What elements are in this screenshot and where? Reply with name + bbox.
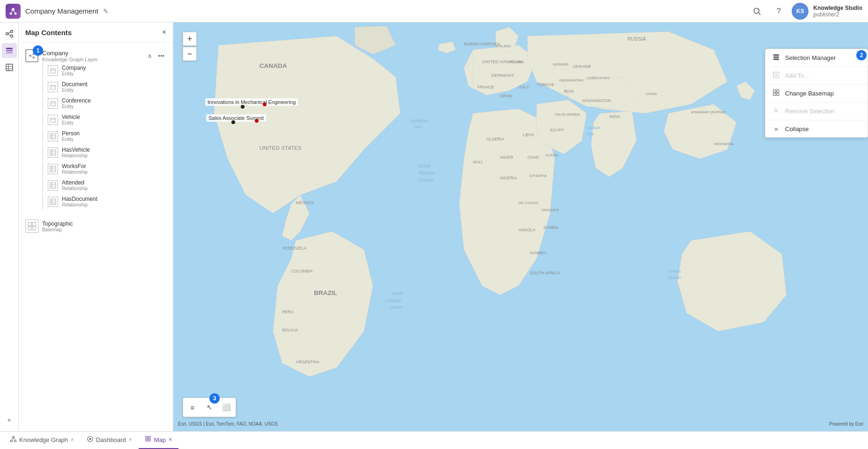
layer-item-info-conference: Conference Entity — [62, 97, 142, 109]
svg-text:EGYPT: EGYPT — [550, 128, 564, 132]
more-button-hasvehicle[interactable]: ••• — [155, 148, 163, 157]
svg-rect-116 — [773, 54, 779, 56]
svg-text:SAUDI ARABIA: SAUDI ARABIA — [555, 112, 580, 117]
app-title: Company Management — [25, 7, 98, 15]
rp-change-basemap[interactable]: Change Basemap — [765, 85, 868, 103]
rp-selection-manager[interactable]: Selection Manager 2 — [765, 49, 868, 67]
svg-text:INDIA: INDIA — [609, 114, 620, 119]
selection-manager-icon — [772, 54, 780, 62]
rel-icon-worksfor — [48, 164, 58, 174]
svg-text:KAZAKHSTAN: KAZAKHSTAN — [559, 78, 583, 82]
layer-item-company[interactable]: Company Entity 👁 ••• — [43, 62, 166, 79]
remove-selection-icon — [772, 107, 780, 115]
basemap-type: Basemap — [42, 227, 166, 232]
tab-knowledge-graph-close[interactable]: × — [71, 437, 74, 442]
more-button-hasdocument[interactable]: ••• — [155, 198, 163, 206]
collapse-icon: » — [772, 125, 780, 132]
layer-item-hasdocument[interactable]: HasDocument Relationship ••• — [43, 193, 166, 210]
more-button-worksfor[interactable]: ••• — [155, 165, 163, 173]
rp-remove-selection: Remove Selection — [765, 103, 868, 120]
badge-3: 3 — [209, 393, 220, 404]
svg-text:ETHIOPIA: ETHIOPIA — [530, 174, 547, 178]
basemap-section: Topographic Basemap — [19, 214, 173, 238]
more-button-vehicle[interactable]: ••• — [155, 116, 163, 124]
tab-map-close[interactable]: × — [169, 437, 172, 442]
svg-text:FRANCE: FRANCE — [477, 85, 494, 89]
svg-text:INDONESIA: INDONESIA — [714, 142, 734, 146]
svg-rect-36 — [50, 150, 56, 155]
layer-item-vehicle[interactable]: Vehicle Entity ••• — [43, 111, 166, 128]
layer-item-name-company: Company — [62, 65, 142, 71]
sidebar-nav-connections[interactable] — [2, 26, 17, 41]
layer-item-worksfor[interactable]: WorksFor Relationship ••• — [43, 161, 166, 177]
svg-text:BOLIVIA: BOLIVIA — [282, 328, 298, 332]
more-button-attended[interactable]: ••• — [155, 181, 163, 190]
help-button[interactable]: ? — [770, 3, 787, 20]
svg-text:MYANMAR (BURMA): MYANMAR (BURMA) — [691, 110, 726, 114]
layer-item-conference[interactable]: Conference Entity 👁 ••• — [43, 95, 166, 111]
layer-item-name-hasdocument: HasDocument — [62, 196, 151, 202]
layer-group-header[interactable]: 1 Company Knowledge Graph Layer ∧ ••• — [25, 49, 166, 62]
layer-group-collapse-button[interactable]: ∧ — [146, 52, 154, 60]
svg-text:MÉXICO: MÉXICO — [296, 200, 314, 205]
svg-text:Atlantic: Atlantic — [418, 170, 435, 176]
layer-group-info: Company Knowledge Graph Layer — [42, 50, 142, 62]
svg-point-8 — [10, 30, 13, 33]
layer-item-hasvehicle[interactable]: HasVehicle Relationship ••• — [43, 144, 166, 161]
map-tab-icon — [145, 436, 151, 443]
basemap-item-topographic[interactable]: Topographic Basemap — [25, 217, 166, 235]
tab-map[interactable]: Map × — [139, 432, 178, 449]
svg-text:South: South — [391, 291, 403, 296]
layer-item-name-vehicle: Vehicle — [62, 114, 151, 120]
map-zoom-controls: + − — [183, 32, 197, 61]
svg-text:ANGOLA: ANGOLA — [519, 228, 536, 232]
svg-rect-44 — [50, 183, 56, 188]
svg-text:RUSSIA: RUSSIA — [627, 36, 646, 42]
svg-text:NIGER: NIGER — [500, 155, 513, 160]
panel-header: Map Contents × — [19, 22, 173, 43]
layer-item-document[interactable]: Document Entity 👁 ••• — [43, 79, 166, 95]
svg-point-130 — [15, 440, 16, 442]
visibility-toggle-company[interactable]: 👁 — [146, 66, 154, 75]
svg-line-22 — [31, 54, 33, 55]
svg-text:Ocean: Ocean — [390, 304, 403, 309]
app-header: Company Management ✎ ? KS Knowledge Stud… — [0, 0, 868, 22]
layer-item-name-worksfor: WorksFor — [62, 163, 151, 169]
panel-close-button[interactable]: × — [162, 28, 166, 37]
more-button-document[interactable]: ••• — [155, 83, 163, 91]
visibility-toggle-document[interactable]: 👁 — [146, 83, 154, 91]
tab-knowledge-graph[interactable]: Knowledge Graph × — [4, 432, 81, 449]
tab-dashboard-label: Dashboard — [96, 436, 126, 443]
sidebar-nav-layers[interactable] — [2, 43, 17, 58]
edit-icon[interactable]: ✎ — [103, 7, 109, 15]
zoom-in-button[interactable]: + — [183, 32, 197, 46]
svg-line-132 — [14, 438, 15, 440]
zoom-out-button[interactable]: − — [183, 47, 197, 61]
svg-rect-136 — [148, 436, 150, 438]
tab-dashboard[interactable]: Dashboard × — [81, 432, 139, 449]
rp-collapse[interactable]: » Collapse — [765, 120, 868, 137]
map-area[interactable]: CANADA UNITED STATES MÉXICO BRAZIL COLOM… — [173, 22, 868, 431]
layer-item-info-hasdocument: HasDocument Relationship — [62, 196, 151, 207]
basemap-info: Topographic Basemap — [42, 221, 166, 232]
more-button-company[interactable]: ••• — [155, 66, 163, 75]
entity-icon-company — [48, 66, 58, 76]
sidebar-collapse-button[interactable]: « — [2, 412, 17, 427]
svg-rect-32 — [50, 133, 56, 139]
panel-title: Map Contents — [25, 29, 72, 37]
more-button-person[interactable]: ••• — [155, 132, 163, 140]
svg-rect-13 — [6, 50, 13, 52]
rp-change-basemap-label: Change Basemap — [785, 90, 834, 97]
toolbar-list-button[interactable]: ≡ — [185, 400, 200, 415]
svg-rect-28 — [51, 102, 55, 106]
search-button[interactable] — [749, 3, 765, 20]
entity-icon-person — [48, 131, 58, 141]
toolbar-rectangle-button[interactable]: ⬜ — [219, 400, 234, 415]
more-button-conference[interactable]: ••• — [155, 99, 163, 108]
layer-group-more-button[interactable]: ••• — [156, 52, 166, 60]
layer-item-person[interactable]: Person Entity ••• — [43, 128, 166, 144]
layer-item-attended[interactable]: Attended Relationship ••• — [43, 177, 166, 193]
sidebar-nav-table[interactable] — [2, 60, 17, 75]
tab-dashboard-close[interactable]: × — [129, 437, 132, 442]
visibility-toggle-conference[interactable]: 👁 — [146, 99, 154, 108]
